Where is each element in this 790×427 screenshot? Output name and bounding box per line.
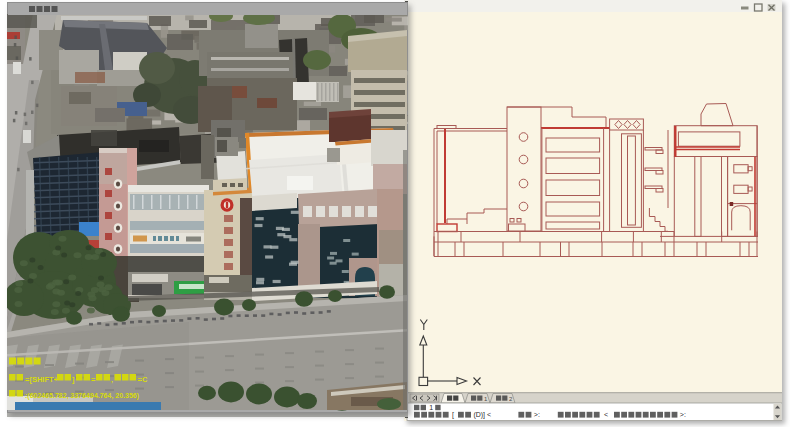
svg-text:,: , <box>111 375 113 384</box>
svg-text:>:: >: <box>680 411 686 418</box>
svg-text:=[SHIFT+: =[SHIFT+ <box>25 375 59 384</box>
svg-text::(602465.782, 3376494.764, 20.: :(602465.782, 3376494.764, 20.356) <box>25 392 139 400</box>
svg-text:>:: >: <box>534 411 540 418</box>
svg-text:1: 1 <box>429 404 433 411</box>
svg-text:=: = <box>91 375 96 384</box>
svg-text:(D)] <: (D)] < <box>473 411 491 419</box>
svg-text:<: < <box>604 411 608 418</box>
svg-text:=C: =C <box>138 375 148 384</box>
svg-text:[: [ <box>452 411 454 419</box>
